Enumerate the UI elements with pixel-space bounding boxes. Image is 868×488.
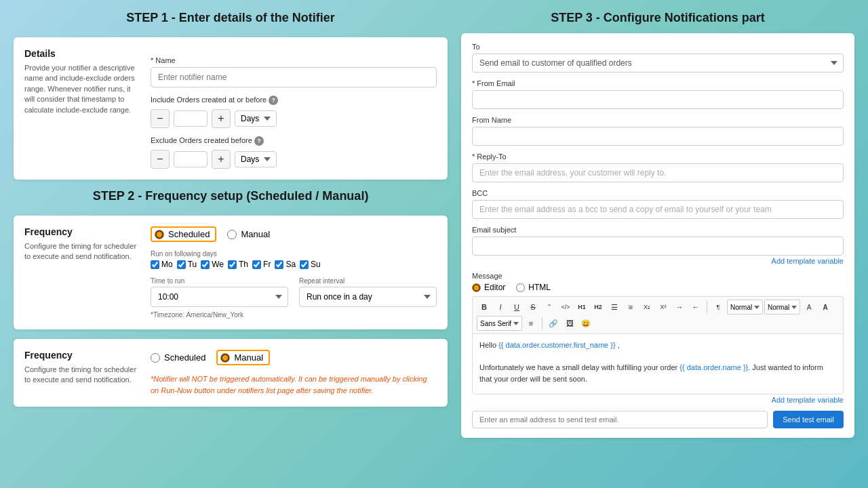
bottom-bar: Send test email bbox=[472, 411, 844, 428]
include-increment-button[interactable]: + bbox=[212, 109, 231, 128]
reply-to-label: * Reply-To bbox=[472, 152, 844, 161]
step2-scheduled-desc: Frequency Configure the timing for sched… bbox=[24, 226, 140, 319]
from-email-label: * From Email bbox=[472, 79, 844, 87]
step1-description: Details Provide your notifier a descript… bbox=[24, 48, 140, 169]
ltr-button[interactable]: ¶ bbox=[711, 300, 726, 314]
day-mo[interactable]: Mo bbox=[151, 260, 173, 269]
exclude-decrement-button[interactable]: − bbox=[151, 150, 170, 169]
step1-card: Details Provide your notifier a descript… bbox=[14, 37, 448, 180]
font-bg-button[interactable]: A bbox=[818, 300, 833, 314]
include-help-icon[interactable]: ? bbox=[269, 96, 278, 105]
step2-scheduled-card: Frequency Configure the timing for sched… bbox=[14, 216, 448, 329]
step2-title: STEP 2 - Frequency setup (Scheduled / Ma… bbox=[14, 189, 448, 203]
template-var-order: {{ data.order.name }} bbox=[679, 363, 748, 371]
manual-radio-option-sched[interactable]: Manual bbox=[227, 226, 270, 242]
from-name-input[interactable]: Order Update bbox=[472, 127, 844, 146]
align-button[interactable]: ≡ bbox=[524, 316, 538, 331]
scheduled-radio-option-manual[interactable]: Scheduled bbox=[151, 350, 205, 365]
manual-radio-option[interactable]: Manual bbox=[216, 350, 270, 365]
editor-toolbar: B I U S “ </> H1 H2 ☰ ≡ X₂ X² → ← ¶ bbox=[472, 296, 844, 333]
strikethrough-button[interactable]: S bbox=[526, 300, 540, 314]
code-button[interactable]: </> bbox=[558, 300, 573, 314]
html-radio[interactable] bbox=[516, 283, 525, 292]
superscript-button[interactable]: X² bbox=[656, 300, 671, 314]
editor-tab[interactable]: Editor bbox=[472, 283, 505, 292]
h1-button[interactable]: H1 bbox=[574, 300, 589, 314]
add-template-variable-link-subject[interactable]: Add template variable bbox=[472, 257, 844, 265]
manual-note-text: *Notifier will NOT be triggered automati… bbox=[151, 373, 437, 396]
day-fr[interactable]: Fr bbox=[252, 260, 271, 269]
day-we[interactable]: We bbox=[201, 260, 224, 269]
editor-body[interactable]: Hello {{ data.order.customer.first_name … bbox=[472, 333, 844, 394]
scheduled-radio-manual[interactable] bbox=[151, 353, 160, 363]
timezone-note: *Timezone: America/New_York bbox=[151, 311, 437, 319]
editor-tab-label: Editor bbox=[484, 283, 505, 292]
step2-manual-desc: Frequency Configure the timing for sched… bbox=[24, 350, 140, 396]
step2-manual-card: Frequency Configure the timing for sched… bbox=[14, 339, 448, 407]
quote-button[interactable]: “ bbox=[542, 300, 557, 314]
include-value-input[interactable]: 0 bbox=[174, 110, 208, 127]
interval-label: Repeat interval bbox=[299, 277, 437, 285]
bcc-label: BCC bbox=[472, 189, 844, 197]
ul-button[interactable]: ≡ bbox=[623, 300, 638, 314]
freq-heading-scheduled: Frequency bbox=[24, 226, 140, 237]
step2-scheduled-form: Scheduled Manual Run on following days M… bbox=[151, 226, 437, 319]
outdent-button[interactable]: ← bbox=[688, 300, 703, 314]
indent-button[interactable]: → bbox=[672, 300, 687, 314]
exclude-increment-button[interactable]: + bbox=[212, 150, 231, 169]
to-select[interactable]: Send email to customer of qualified orde… bbox=[472, 54, 844, 73]
to-label: To bbox=[472, 43, 844, 51]
send-test-email-button[interactable]: Send test email bbox=[773, 411, 844, 428]
include-decrement-button[interactable]: − bbox=[151, 109, 170, 128]
editor-radio[interactable] bbox=[472, 283, 481, 292]
reply-to-input[interactable] bbox=[472, 163, 844, 182]
subscript-button[interactable]: X₂ bbox=[639, 300, 654, 314]
image-button[interactable]: 🖼 bbox=[562, 316, 577, 331]
bold-button[interactable]: B bbox=[477, 300, 492, 314]
manual-radio[interactable] bbox=[220, 353, 230, 363]
exclude-value-input[interactable]: 20 bbox=[174, 151, 208, 167]
scheduled-radio-option[interactable]: Scheduled bbox=[151, 226, 216, 242]
day-tu[interactable]: Tu bbox=[177, 260, 197, 269]
template-var-name: {{ data.order.customer.first_name }} bbox=[498, 341, 615, 349]
from-email-input[interactable]: unfulfilled-order@xeonapp.com bbox=[472, 90, 844, 109]
toolbar-separator-1 bbox=[707, 301, 707, 313]
emoji-button[interactable]: 😀 bbox=[578, 316, 593, 331]
link-button[interactable]: 🔗 bbox=[546, 316, 561, 331]
ol-button[interactable]: ☰ bbox=[607, 300, 622, 314]
exclude-unit-select[interactable]: Days bbox=[235, 151, 277, 167]
step1-title: STEP 1 - Enter details of the Notifier bbox=[14, 11, 448, 25]
day-sa[interactable]: Sa bbox=[275, 260, 296, 269]
day-su[interactable]: Su bbox=[300, 260, 321, 269]
test-email-input[interactable] bbox=[472, 411, 768, 428]
format-select[interactable]: Normal bbox=[727, 300, 763, 314]
manual-label: Manual bbox=[234, 352, 263, 363]
scheduled-label: Scheduled bbox=[168, 229, 210, 239]
freq-heading-manual: Frequency bbox=[24, 350, 140, 361]
step3-card: To Send email to customer of qualified o… bbox=[461, 33, 854, 438]
bcc-input[interactable] bbox=[472, 200, 844, 219]
notifier-name-input[interactable] bbox=[151, 67, 437, 87]
time-select[interactable]: 10:00 bbox=[151, 287, 288, 307]
manual-radio-sched[interactable] bbox=[227, 230, 237, 239]
size-select[interactable]: Normal bbox=[764, 300, 800, 314]
email-subject-input[interactable]: Order Update Notification from [xeon-tes… bbox=[472, 237, 844, 256]
html-tab[interactable]: HTML bbox=[516, 283, 551, 292]
scheduled-radio[interactable] bbox=[155, 230, 164, 239]
font-family-select[interactable]: Sans Serif bbox=[477, 316, 522, 331]
from-name-label: From Name bbox=[472, 116, 844, 124]
exclude-help-icon[interactable]: ? bbox=[254, 136, 264, 146]
include-unit-select[interactable]: Days bbox=[235, 110, 277, 127]
days-row: Mo Tu We Th Fr Sa Su bbox=[151, 260, 437, 269]
italic-button[interactable]: I bbox=[493, 300, 508, 314]
add-template-variable-link-message[interactable]: Add template variable bbox=[472, 396, 844, 404]
interval-select[interactable]: Run once in a day bbox=[299, 287, 437, 307]
name-label: * Name bbox=[151, 56, 437, 64]
underline-button[interactable]: U bbox=[509, 300, 524, 314]
font-color-button[interactable]: A bbox=[802, 300, 816, 314]
run-days-label: Run on following days bbox=[151, 250, 437, 258]
details-desc-text: Provide your notifier a descriptive name… bbox=[24, 63, 140, 115]
day-th[interactable]: Th bbox=[228, 260, 248, 269]
h2-button[interactable]: H2 bbox=[591, 300, 606, 314]
freq-desc-scheduled: Configure the timing for scheduler to ex… bbox=[24, 241, 140, 262]
